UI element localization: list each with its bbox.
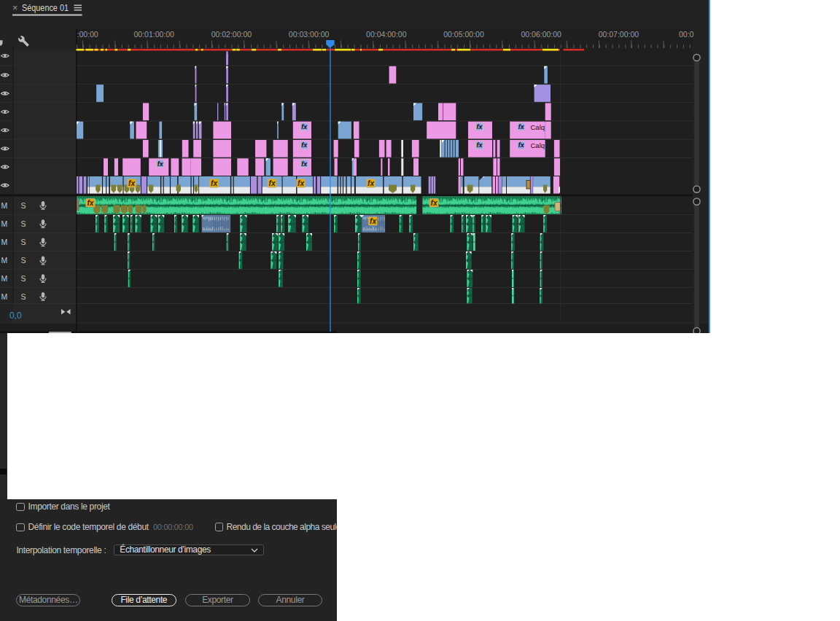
svg-text:00:0: 00:0 bbox=[679, 30, 694, 39]
svg-text:fx: fx bbox=[301, 160, 308, 168]
svg-text:00:04:00:00: 00:04:00:00 bbox=[366, 30, 407, 39]
svg-text:00:06:00:00: 00:06:00:00 bbox=[521, 30, 561, 39]
svg-text:fx: fx bbox=[128, 179, 135, 187]
svg-text:fx: fx bbox=[298, 179, 304, 187]
svg-text:0,0: 0,0 bbox=[9, 310, 22, 321]
svg-text:fx: fx bbox=[87, 199, 93, 207]
svg-text:00:07:00:00: 00:07:00:00 bbox=[599, 30, 639, 39]
svg-text:M: M bbox=[1, 256, 8, 265]
svg-text:S: S bbox=[21, 238, 26, 246]
svg-text::00:00: :00:00 bbox=[77, 30, 98, 39]
svg-text:00:03:00:00: 00:03:00:00 bbox=[289, 30, 330, 39]
svg-text:M: M bbox=[1, 292, 8, 301]
svg-text:×: × bbox=[12, 3, 18, 13]
svg-text:Séquence 01: Séquence 01 bbox=[22, 3, 69, 13]
svg-text:S: S bbox=[21, 256, 26, 265]
svg-text:M: M bbox=[1, 238, 8, 246]
svg-text:fx: fx bbox=[431, 199, 438, 207]
svg-text:fx: fx bbox=[476, 141, 483, 149]
svg-text:00:02:00:00: 00:02:00:00 bbox=[211, 30, 252, 39]
svg-text:fx: fx bbox=[370, 217, 376, 225]
svg-text:S: S bbox=[21, 292, 26, 301]
svg-text:fx: fx bbox=[518, 141, 525, 149]
svg-text:M: M bbox=[1, 274, 8, 283]
svg-text:fx: fx bbox=[518, 123, 525, 130]
svg-text:fx: fx bbox=[301, 141, 308, 149]
svg-text:fx: fx bbox=[158, 160, 164, 168]
svg-text:fx: fx bbox=[211, 179, 217, 187]
svg-text:M: M bbox=[1, 219, 8, 228]
svg-text:M: M bbox=[1, 201, 8, 210]
svg-text:fx: fx bbox=[368, 179, 374, 187]
svg-text:S: S bbox=[21, 274, 26, 283]
svg-text:00:05:00:00: 00:05:00:00 bbox=[443, 30, 484, 39]
svg-text:fx: fx bbox=[301, 123, 308, 130]
svg-text:fx: fx bbox=[269, 179, 276, 187]
svg-text:S: S bbox=[21, 219, 26, 228]
svg-text:00:01:00:00: 00:01:00:00 bbox=[133, 30, 174, 39]
svg-text:fx: fx bbox=[476, 123, 483, 130]
svg-text:S: S bbox=[21, 201, 26, 210]
